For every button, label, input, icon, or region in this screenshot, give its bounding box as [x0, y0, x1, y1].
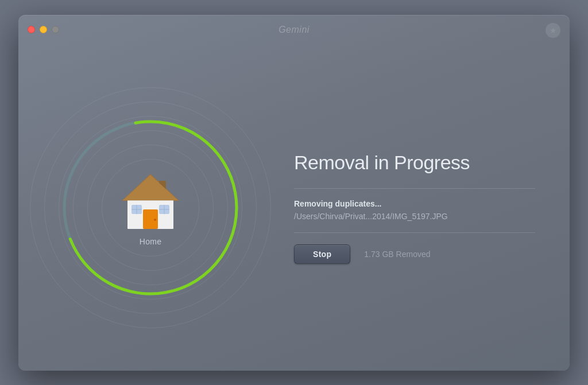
- divider-top: [294, 188, 535, 189]
- minimize-button[interactable]: [40, 26, 47, 33]
- divider-bottom: [294, 232, 535, 233]
- app-title: Gemini: [278, 25, 310, 35]
- svg-marker-15: [123, 175, 178, 200]
- svg-point-13: [154, 219, 156, 221]
- removed-text: 1.73 GB Removed: [364, 250, 430, 259]
- left-panel: Home: [18, 45, 283, 371]
- circles-container: Home: [24, 81, 277, 334]
- file-path: /Users/Chirva/Privat...2014/IMG_5197.JPG: [294, 212, 535, 221]
- actions-row: Stop 1.73 GB Removed: [294, 244, 535, 264]
- panel-title: Removal in Progress: [294, 151, 535, 174]
- app-window: Gemini ★: [18, 15, 570, 371]
- content-area: Home Removal in Progress Removing duplic…: [18, 45, 570, 371]
- star-button[interactable]: ★: [546, 23, 560, 38]
- star-icon: ★: [550, 26, 557, 35]
- maximize-button[interactable]: [52, 26, 59, 33]
- titlebar: Gemini ★: [18, 15, 570, 45]
- stop-button[interactable]: Stop: [294, 244, 350, 264]
- right-panel: Removal in Progress Removing duplicates.…: [283, 139, 570, 275]
- close-button[interactable]: [28, 26, 35, 33]
- status-label: Removing duplicates...: [294, 199, 535, 208]
- house-label: Home: [140, 237, 162, 246]
- traffic-lights: [28, 26, 59, 33]
- house-container: Home: [119, 169, 182, 246]
- house-icon: [119, 169, 182, 232]
